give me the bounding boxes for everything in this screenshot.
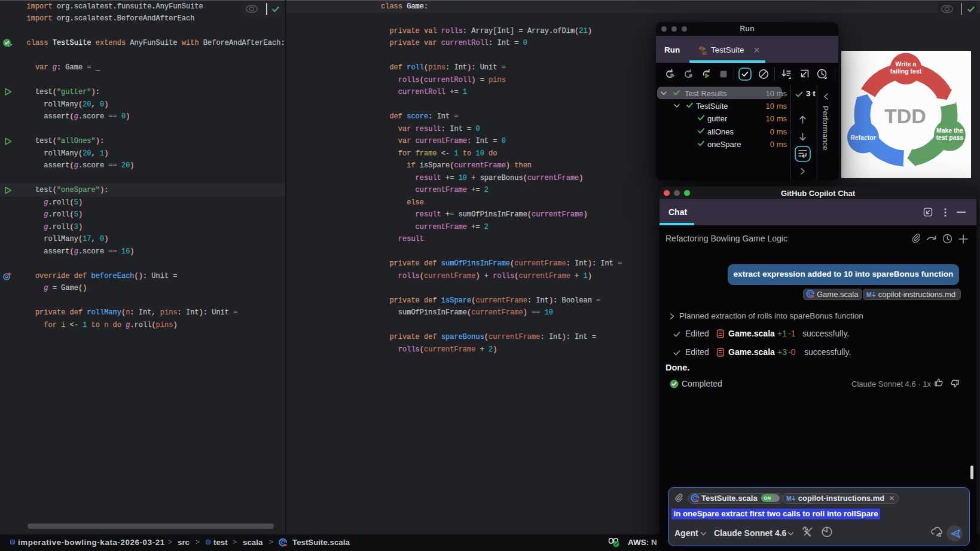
svg-text:failing test: failing test <box>890 68 922 75</box>
svg-text:Make the: Make the <box>936 127 963 134</box>
svg-text:test pass: test pass <box>936 134 964 141</box>
svg-text:Write a: Write a <box>896 60 917 68</box>
svg-text:Refactor: Refactor <box>850 133 876 140</box>
svg-text:TDD: TDD <box>884 104 926 127</box>
